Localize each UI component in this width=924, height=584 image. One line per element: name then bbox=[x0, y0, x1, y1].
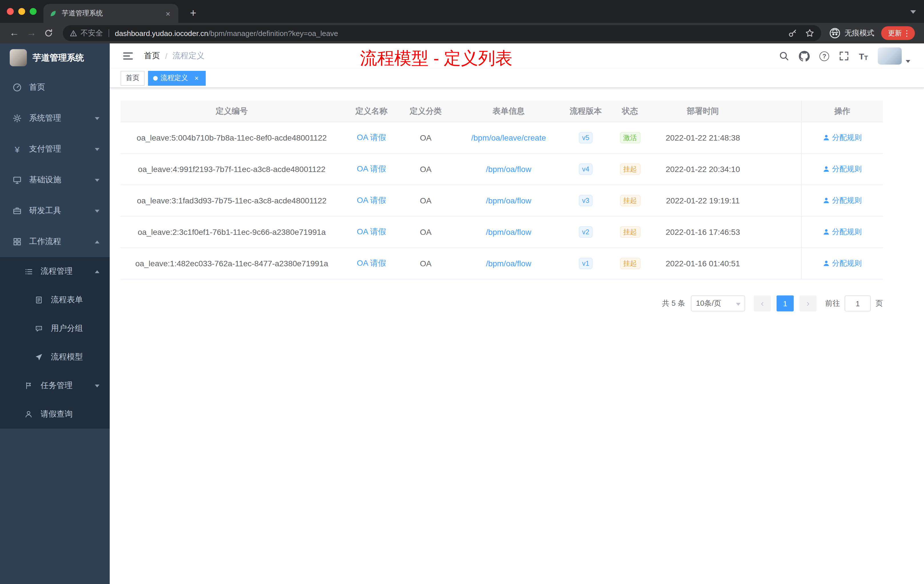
avatar-dropdown-caret-icon[interactable] bbox=[906, 60, 910, 63]
forward-button[interactable]: → bbox=[24, 26, 39, 41]
cell-definition-id: oa_leave:5:004b710b-7b8a-11ec-8ef0-acde4… bbox=[120, 122, 343, 153]
update-label: 更新 bbox=[888, 28, 902, 38]
sidebar-logo[interactable]: 芋道管理系统 bbox=[0, 43, 110, 72]
goto-unit: 页 bbox=[875, 298, 883, 308]
incognito-label: 无痕模式 bbox=[845, 28, 874, 38]
browser-tab[interactable]: 芋道管理系统 × bbox=[43, 4, 178, 23]
version-badge: v1 bbox=[579, 258, 592, 269]
sidebar-item-label: 系统管理 bbox=[29, 113, 61, 124]
assign-rule-link[interactable]: 分配规则 bbox=[823, 227, 862, 237]
gear-icon bbox=[13, 114, 22, 123]
maximize-window-button[interactable] bbox=[30, 8, 36, 15]
new-tab-button[interactable]: + bbox=[185, 5, 201, 21]
font-size-icon[interactable]: TT bbox=[859, 51, 868, 61]
tag-process-definition[interactable]: 流程定义 × bbox=[148, 71, 206, 86]
version-badge: v5 bbox=[579, 132, 592, 144]
form-link[interactable]: /bpm/oa/flow bbox=[486, 259, 531, 268]
version-badge: v2 bbox=[579, 226, 592, 238]
fullscreen-icon[interactable] bbox=[839, 51, 849, 61]
sidebar-item-system[interactable]: 系统管理 bbox=[0, 103, 110, 134]
reload-icon bbox=[44, 28, 53, 38]
close-window-button[interactable] bbox=[7, 8, 14, 15]
bookmark-star-icon[interactable] bbox=[805, 28, 814, 38]
prev-page-button[interactable]: ‹ bbox=[754, 295, 771, 312]
sidebar-item-devtools[interactable]: 研发工具 bbox=[0, 195, 110, 226]
form-link[interactable]: /bpm/oa/leave/create bbox=[471, 133, 546, 142]
pagination-total: 共 5 条 bbox=[662, 298, 685, 308]
cell-deploy-time: 2022-01-16 17:46:53 bbox=[654, 216, 751, 247]
search-icon[interactable] bbox=[779, 51, 789, 61]
definition-name-link[interactable]: OA 请假 bbox=[357, 133, 386, 143]
definition-name-link[interactable]: OA 请假 bbox=[357, 164, 386, 174]
page-1-button[interactable]: 1 bbox=[777, 295, 794, 312]
cell-category: OA bbox=[400, 185, 451, 216]
navbar-actions: ? TT bbox=[779, 48, 924, 64]
col-category: 定义分类 bbox=[400, 101, 451, 122]
password-key-icon[interactable] bbox=[788, 28, 797, 38]
col-definition-id: 定义编号 bbox=[120, 101, 343, 122]
sidebar-item-workflow[interactable]: 工作流程 bbox=[0, 226, 110, 257]
assign-rule-link[interactable]: 分配规则 bbox=[823, 258, 862, 269]
pagination: 共 5 条 10条/页 ‹ 1 › 前往 页 bbox=[120, 295, 883, 312]
url-domain: dashboard.yudao.iocoder.cn bbox=[115, 29, 208, 38]
sidebar-item-label: 研发工具 bbox=[29, 206, 61, 216]
definition-name-link[interactable]: OA 请假 bbox=[357, 195, 386, 206]
sidebar-item-payment[interactable]: ¥ 支付管理 bbox=[0, 134, 110, 165]
sidebar-item-leave-query[interactable]: 请假查询 bbox=[0, 400, 110, 429]
tag-home[interactable]: 首页 bbox=[120, 71, 145, 86]
goto-page-input[interactable] bbox=[845, 295, 871, 312]
breadcrumb-current: 流程定义 bbox=[173, 51, 205, 61]
cell-deploy-time: 2022-01-22 19:19:11 bbox=[654, 185, 751, 216]
assign-rule-link[interactable]: 分配规则 bbox=[823, 164, 862, 174]
form-link[interactable]: /bpm/oa/flow bbox=[486, 165, 531, 174]
github-icon[interactable] bbox=[799, 51, 810, 61]
assign-rule-link[interactable]: 分配规则 bbox=[823, 195, 862, 206]
breadcrumb-home[interactable]: 首页 bbox=[144, 51, 160, 61]
address-bar[interactable]: 不安全 dashboard.yudao.iocoder.cn/bpm/manag… bbox=[63, 25, 821, 41]
page-size-select[interactable]: 10条/页 bbox=[691, 295, 745, 312]
sidebar-item-user-group[interactable]: 用户分组 bbox=[0, 314, 110, 343]
sidebar-item-label: 首页 bbox=[29, 82, 45, 92]
sidebar-item-process-model[interactable]: 流程模型 bbox=[0, 343, 110, 371]
status-badge: 挂起 bbox=[620, 195, 640, 206]
logo-avatar bbox=[10, 49, 27, 66]
next-page-button[interactable]: › bbox=[799, 295, 817, 312]
version-badge: v4 bbox=[579, 163, 592, 175]
tag-close-icon[interactable]: × bbox=[193, 74, 201, 82]
definition-name-link[interactable]: OA 请假 bbox=[357, 227, 386, 237]
browser-menu-icon[interactable]: ⋮ bbox=[902, 28, 912, 38]
sidebar-item-process-form[interactable]: 流程表单 bbox=[0, 286, 110, 314]
tab-close-icon[interactable]: × bbox=[163, 9, 173, 18]
status-badge: 挂起 bbox=[620, 226, 640, 238]
document-icon bbox=[34, 295, 43, 305]
col-version: 流程版本 bbox=[566, 101, 606, 122]
user-avatar[interactable] bbox=[878, 48, 902, 64]
update-chrome-button[interactable]: 更新 ⋮ bbox=[881, 26, 915, 40]
security-label[interactable]: 不安全 bbox=[81, 28, 103, 38]
reload-button[interactable] bbox=[41, 26, 56, 41]
list-icon bbox=[24, 267, 33, 276]
app-navbar: 首页 / 流程定义 流程模型 - 定义列表 ? bbox=[110, 43, 924, 69]
assign-rule-link[interactable]: 分配规则 bbox=[823, 133, 862, 143]
breadcrumb: 首页 / 流程定义 bbox=[144, 51, 205, 61]
sidebar-item-home[interactable]: 首页 bbox=[0, 72, 110, 103]
tab-search-chevron-icon[interactable] bbox=[910, 10, 916, 14]
definition-name-link[interactable]: OA 请假 bbox=[357, 258, 386, 269]
sidebar-item-task-management[interactable]: 任务管理 bbox=[0, 371, 110, 400]
user-icon bbox=[823, 260, 830, 267]
minimize-window-button[interactable] bbox=[18, 8, 25, 15]
form-link[interactable]: /bpm/oa/flow bbox=[486, 196, 531, 205]
chevron-up-icon bbox=[95, 270, 99, 273]
browser-toolbar: ← → 不安全 dashboard.yudao.iocoder.cn/bpm/m… bbox=[0, 23, 924, 43]
cell-category: OA bbox=[400, 154, 451, 185]
sidebar-toggle-button[interactable] bbox=[122, 50, 134, 62]
col-form-info: 表单信息 bbox=[451, 101, 566, 122]
table-row: oa_leave:3:1fad3d93-7b75-11ec-a3c8-acde4… bbox=[120, 185, 883, 216]
sidebar-item-infrastructure[interactable]: 基础设施 bbox=[0, 165, 110, 195]
sidebar-item-process-management[interactable]: 流程管理 bbox=[0, 257, 110, 286]
help-icon[interactable]: ? bbox=[819, 51, 829, 61]
back-button[interactable]: ← bbox=[7, 26, 22, 41]
form-link[interactable]: /bpm/oa/flow bbox=[486, 228, 531, 237]
cell-definition-id: oa_leave:2:3c1f0ef1-76b1-11ec-9c66-a2380… bbox=[120, 216, 343, 247]
sidebar-item-label: 流程管理 bbox=[41, 266, 73, 277]
